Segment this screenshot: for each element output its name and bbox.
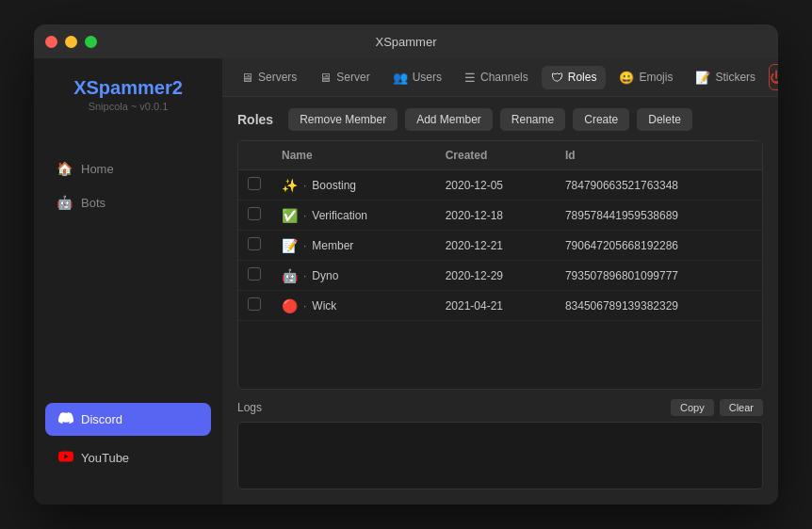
logs-action-buttons: Copy Clear	[671, 399, 763, 416]
role-name-2: Member	[312, 239, 353, 252]
role-emoji-1: ✅	[282, 208, 298, 223]
window-title: XSpammer	[375, 35, 436, 49]
col-name: Name	[272, 141, 436, 170]
discord-button-label: Discord	[81, 412, 122, 426]
row-created-cell-4: 2021-04-21	[436, 291, 556, 321]
row-checkbox-cell	[238, 231, 272, 261]
row-checkbox-cell	[238, 291, 272, 321]
youtube-button-label: YouTube	[81, 451, 129, 465]
power-button[interactable]: ⏻	[769, 64, 778, 90]
role-emoji-3: 🤖	[282, 268, 298, 283]
titlebar: XSpammer	[34, 24, 778, 58]
servers-icon: 🖥	[241, 71, 253, 85]
content-area: XSpammer2 Snipcola ~ v0.0.1 🏠 Home 🤖 Bot…	[34, 58, 778, 505]
create-button[interactable]: Create	[573, 108, 629, 131]
row-created-cell-2: 2020-12-21	[436, 231, 556, 261]
row-checkbox-cell	[238, 170, 272, 200]
bots-icon: 🤖	[57, 195, 72, 210]
row-name-cell: 🔴 · Wick	[272, 291, 436, 321]
clear-button[interactable]: Clear	[720, 399, 763, 416]
youtube-icon	[58, 449, 73, 467]
brand-name: XSpammer2	[53, 77, 203, 99]
youtube-button[interactable]: YouTube	[45, 441, 211, 474]
col-created: Created	[436, 141, 556, 170]
col-checkbox	[238, 141, 272, 170]
brand-version: Snipcola ~ v0.0.1	[53, 101, 203, 112]
row-id-cell-1: 789578441959538689	[556, 200, 762, 231]
role-emoji-4: 🔴	[282, 298, 298, 313]
role-emoji-0: ✨	[282, 178, 298, 193]
add-member-button[interactable]: Add Member	[405, 108, 493, 131]
main-window: XSpammer XSpammer2 Snipcola ~ v0.0.1 🏠 H…	[34, 24, 778, 505]
table-row[interactable]: ✨ · Boosting 2020-12-05 7847906635217633…	[238, 170, 762, 200]
delete-button[interactable]: Delete	[637, 108, 692, 131]
nav-tabs: 🖥 Servers 🖥 Server 👥 Users ☰ Channels 🛡	[222, 58, 778, 97]
logs-section: Logs Copy Clear	[237, 399, 763, 493]
maximize-button[interactable]	[85, 36, 97, 48]
row-created-cell-0: 2020-12-05	[436, 170, 556, 200]
row-id-cell-2: 790647205668192286	[556, 231, 762, 261]
discord-button[interactable]: Discord	[45, 403, 211, 436]
table-row[interactable]: 🤖 · Dyno 2020-12-29 793507896801099777	[238, 261, 762, 291]
channels-icon: ☰	[464, 71, 476, 85]
tab-stickers[interactable]: 📝 Stickers	[686, 66, 765, 89]
role-name-3: Dyno	[312, 269, 338, 282]
copy-button[interactable]: Copy	[671, 399, 714, 416]
row-checkbox-0[interactable]	[248, 177, 261, 190]
role-name-4: Wick	[312, 299, 336, 313]
row-id-cell-3: 793507896801099777	[556, 261, 762, 291]
logs-header: Logs Copy Clear	[237, 399, 763, 416]
emojis-icon: 😀	[619, 71, 634, 85]
stickers-icon: 📝	[695, 71, 710, 85]
roles-toolbar: Roles Remove Member Add Member Rename Cr…	[237, 108, 763, 131]
row-checkbox-cell	[238, 200, 272, 231]
col-id: Id	[556, 141, 762, 170]
tab-roles[interactable]: 🛡 Roles	[542, 66, 607, 89]
role-name-1: Verification	[312, 209, 367, 222]
minimize-button[interactable]	[65, 36, 77, 48]
sidebar-item-home-label: Home	[81, 162, 114, 176]
roles-section-title: Roles	[237, 112, 273, 127]
tab-channels[interactable]: ☰ Channels	[455, 66, 538, 89]
tab-emojis[interactable]: 😀 Emojis	[609, 66, 682, 89]
row-checkbox-1[interactable]	[248, 207, 261, 220]
roles-area: Roles Remove Member Add Member Rename Cr…	[222, 97, 778, 505]
table-row[interactable]: ✅ · Verification 2020-12-18 789578441959…	[238, 200, 762, 231]
sidebar-item-bots[interactable]: 🤖 Bots	[45, 187, 211, 217]
table-header-row: Name Created Id	[238, 141, 762, 170]
tab-server[interactable]: 🖥 Server	[310, 66, 379, 89]
role-emoji-2: 📝	[282, 238, 298, 253]
sidebar-item-bots-label: Bots	[81, 196, 106, 210]
row-checkbox-2[interactable]	[248, 237, 261, 250]
traffic-lights	[45, 36, 97, 48]
roles-table-container: Name Created Id ✨ · Boosting	[237, 140, 763, 390]
table-row[interactable]: 🔴 · Wick 2021-04-21 834506789139382329	[238, 291, 762, 321]
row-id-cell-4: 834506789139382329	[556, 291, 762, 321]
row-checkbox-cell	[238, 261, 272, 291]
sidebar: XSpammer2 Snipcola ~ v0.0.1 🏠 Home 🤖 Bot…	[34, 58, 222, 505]
rename-button[interactable]: Rename	[500, 108, 565, 131]
main-content: 🖥 Servers 🖥 Server 👥 Users ☰ Channels 🛡	[222, 58, 778, 505]
row-created-cell-1: 2020-12-18	[436, 200, 556, 231]
tab-servers[interactable]: 🖥 Servers	[232, 66, 306, 89]
remove-member-button[interactable]: Remove Member	[288, 108, 398, 131]
tab-users[interactable]: 👥 Users	[383, 66, 451, 89]
sidebar-bottom: Discord YouTube	[34, 392, 222, 486]
close-button[interactable]	[45, 36, 57, 48]
row-checkbox-4[interactable]	[248, 297, 261, 311]
roles-table: Name Created Id ✨ · Boosting	[238, 141, 762, 321]
row-name-cell: ✅ · Verification	[272, 200, 436, 231]
table-row[interactable]: 📝 · Member 2020-12-21 790647205668192286	[238, 231, 762, 261]
role-name-0: Boosting	[312, 179, 356, 192]
row-id-cell-0: 784790663521763348	[556, 170, 762, 200]
sidebar-item-home[interactable]: 🏠 Home	[45, 153, 211, 184]
logs-textarea[interactable]	[237, 422, 763, 489]
row-checkbox-3[interactable]	[248, 267, 261, 281]
row-name-cell: 🤖 · Dyno	[272, 261, 436, 291]
row-created-cell-3: 2020-12-29	[436, 261, 556, 291]
sidebar-brand: XSpammer2 Snipcola ~ v0.0.1	[34, 77, 222, 135]
discord-icon	[58, 410, 73, 428]
row-name-cell: 📝 · Member	[272, 231, 436, 261]
roles-icon: 🛡	[551, 71, 563, 85]
users-icon: 👥	[393, 71, 408, 85]
